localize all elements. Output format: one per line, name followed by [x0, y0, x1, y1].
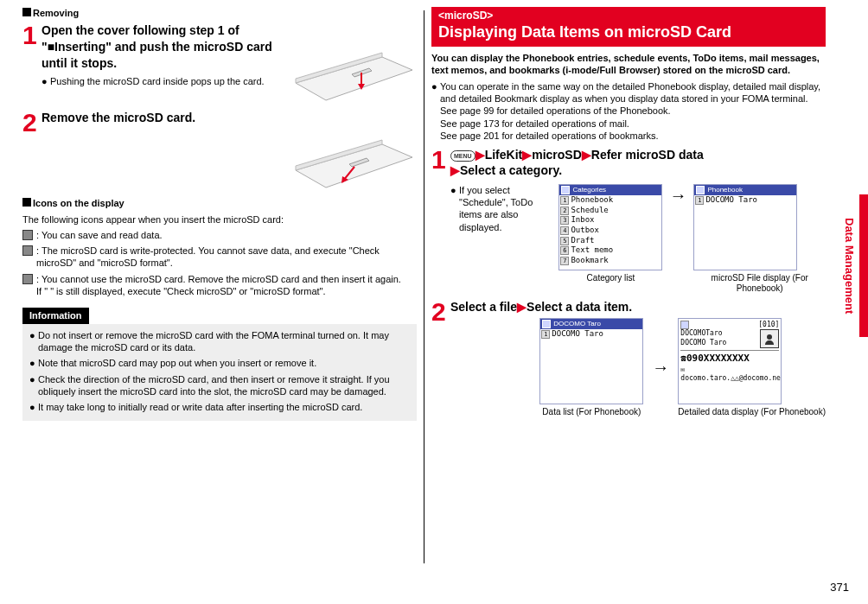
pb-title: Phonebook — [707, 186, 742, 194]
sd-title-icon — [542, 320, 551, 328]
icon-3b-text: If " " is still displayed, execute "Chec… — [36, 285, 417, 297]
removing-header-text: Removing — [33, 8, 79, 18]
icon-1-text: : You can save and read data. — [36, 229, 417, 241]
cat-caption: Category list — [558, 273, 662, 283]
phonebook-file-screenshot: Phonebook 1DOCOMO Taro microSD File disp… — [693, 184, 826, 294]
icon-3a-text: : You cannot use the microSD card. Remov… — [36, 273, 417, 285]
sd-title-icon — [680, 321, 689, 329]
path-select-category: Select a category. — [460, 163, 562, 177]
device-illustration-1 — [287, 22, 417, 105]
right-step-1-number: 1 — [431, 147, 450, 293]
icons-header-text: Icons on the display — [33, 198, 124, 208]
cat-item: Bookmark — [571, 256, 608, 266]
arrow-right-icon: → — [669, 184, 686, 207]
step-1: 1 Open the cover following step 1 of "■I… — [22, 22, 417, 105]
data-list-item: DOCOMO Taro — [552, 329, 603, 340]
bullet-icon: ● — [29, 329, 38, 354]
path-microsd: microSD — [532, 148, 582, 162]
square-bullet-icon — [22, 198, 31, 207]
cat-item: Text memo — [571, 245, 613, 256]
avatar-placeholder-icon — [760, 329, 779, 348]
bullet-icon: ● — [450, 184, 459, 233]
step-2-number: 2 — [22, 110, 41, 192]
bullet-icon: ● — [431, 80, 440, 142]
detail-mail: docomo.taro.△△@docomo.ne.jp — [680, 374, 782, 382]
sd-title-icon — [561, 186, 570, 194]
svg-point-10 — [767, 334, 772, 340]
step2-title-b: Select a data item. — [527, 300, 632, 314]
feature-intro: You can display the Phonebook entries, s… — [431, 52, 826, 77]
info-item-2: Note that microSD card may pop out when … — [38, 357, 316, 369]
detail-caption: Detailed data display (For Phonebook) — [678, 407, 826, 417]
page-number: 371 — [830, 581, 849, 595]
category-list-screenshot: Categories 1Phonebook 2Schedule 3Inbox 4… — [558, 184, 662, 283]
removing-header: Removing — [22, 7, 417, 19]
detail-kana: DOCOMO Taro — [680, 339, 726, 347]
step-2-title: Remove the microSD card. — [41, 110, 282, 126]
step-1-bullet: Pushing the microSD card inside pops up … — [50, 75, 265, 87]
left-column: Removing 1 Open the cover following step… — [16, 7, 424, 604]
step1-note: If you select "Schedule", ToDo items are… — [459, 184, 552, 233]
path-lifekit: LifeKit — [485, 148, 523, 162]
step-1-title: Open the cover following step 1 of "■Ins… — [41, 22, 282, 72]
icon-2-text: : The microSD card is write-protected. Y… — [36, 245, 417, 270]
data-list-caption: Data list (For Phonebook) — [539, 407, 643, 417]
pb-file-caption: microSD File display (For Phonebook) — [693, 273, 826, 294]
right-step-1-path: MENU▶LifeKit▶microSD▶Refer microSD data▶… — [450, 147, 826, 178]
right-step-2: 2 Select a file▶Select a data item. DOCO… — [431, 299, 826, 417]
cat-item: Outbox — [571, 226, 599, 236]
step2-title-a: Select a file — [450, 300, 517, 314]
step-1-number: 1 — [22, 22, 41, 105]
cat-title: Categories — [572, 186, 606, 194]
square-bullet-icon — [22, 8, 31, 16]
right-bullet-1c: See page 201 for detailed operations of … — [440, 130, 826, 142]
feature-header: <microSD> Displaying Data Items on micro… — [431, 7, 826, 47]
data-list-title: DOCOMO Taro — [553, 320, 601, 328]
right-column: <microSD> Displaying Data Items on micro… — [424, 7, 833, 604]
sd-error-icon — [22, 274, 33, 284]
step-2: 2 Remove the microSD card. — [22, 110, 417, 192]
bullet-icon: ● — [29, 357, 38, 369]
bullet-icon: ● — [41, 75, 50, 87]
pb-item: DOCOMO Taro — [705, 195, 757, 206]
arrow-right-icon: → — [652, 356, 669, 378]
info-item-4: It may take long to initially read or wr… — [38, 401, 362, 413]
right-step-1: 1 MENU▶LifeKit▶microSD▶Refer microSD dat… — [431, 147, 826, 293]
info-item-1: Do not insert or remove the microSD card… — [38, 329, 410, 354]
right-bullet-1a: See page 99 for detailed operations of t… — [440, 105, 826, 117]
right-step-2-title: Select a file▶Select a data item. — [450, 299, 826, 315]
info-item-3: Check the direction of the microSD card,… — [38, 373, 410, 398]
sd-ok-icon — [22, 230, 33, 240]
detail-tel: 090XXXXXXXX — [686, 353, 750, 364]
icons-header: Icons on the display — [22, 197, 417, 209]
right-bullet-1b: See page 173 for detailed operations of … — [440, 118, 826, 130]
sd-title-icon — [696, 186, 705, 194]
cat-item: Draft — [571, 236, 594, 246]
bullet-icon: ● — [29, 373, 38, 398]
menu-key-icon: MENU — [450, 150, 475, 162]
bullet-icon: ● — [29, 401, 38, 413]
icon-row-2: : The microSD card is write-protected. Y… — [22, 245, 417, 270]
right-step-2-number: 2 — [431, 299, 450, 417]
information-box: ●Do not insert or remove the microSD car… — [22, 324, 417, 422]
right-bullet-1: You can operate in the same way on the d… — [440, 80, 826, 105]
side-tab: Data Management — [841, 194, 868, 337]
feature-title: Displaying Data Items on microSD Card — [438, 23, 819, 42]
icons-intro: The following icons appear when you inse… — [22, 213, 417, 226]
cat-item: Phonebook — [571, 195, 613, 206]
cat-item: Schedule — [571, 206, 608, 216]
device-illustration-2 — [287, 110, 417, 192]
cat-item: Inbox — [571, 215, 594, 226]
sd-protected-icon — [22, 245, 33, 256]
data-list-screenshot: DOCOMO Taro 1DOCOMO Taro Data list (For … — [539, 318, 643, 417]
detail-name: DOCOMOTaro — [680, 329, 726, 338]
feature-tag: <microSD> — [438, 10, 819, 23]
icon-row-3: : You cannot use the microSD card. Remov… — [22, 273, 417, 298]
detailed-data-screenshot: [010] DOCOMOTaro DOCOMO Taro — [678, 318, 826, 417]
detail-badge: [010] — [758, 321, 779, 329]
path-refer: Refer microSD data — [591, 148, 704, 162]
icon-row-1: : You can save and read data. — [22, 229, 417, 241]
information-header: Information — [22, 308, 89, 323]
